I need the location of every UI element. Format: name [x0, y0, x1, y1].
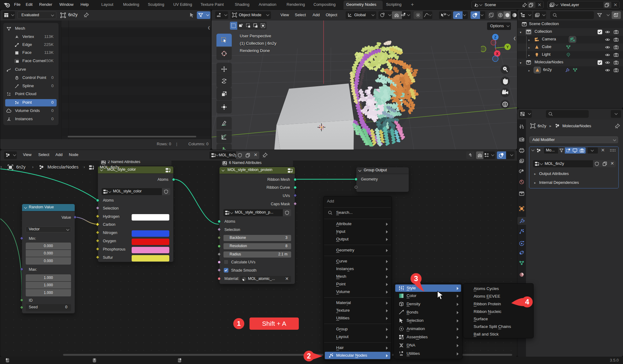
- svg-text:Y: Y: [506, 45, 509, 49]
- svg-text:3: 3: [414, 274, 418, 283]
- svg-text:Z: Z: [494, 35, 496, 39]
- svg-text:X: X: [496, 52, 498, 56]
- svg-text:4: 4: [525, 298, 529, 306]
- svg-text:2: 2: [307, 352, 311, 360]
